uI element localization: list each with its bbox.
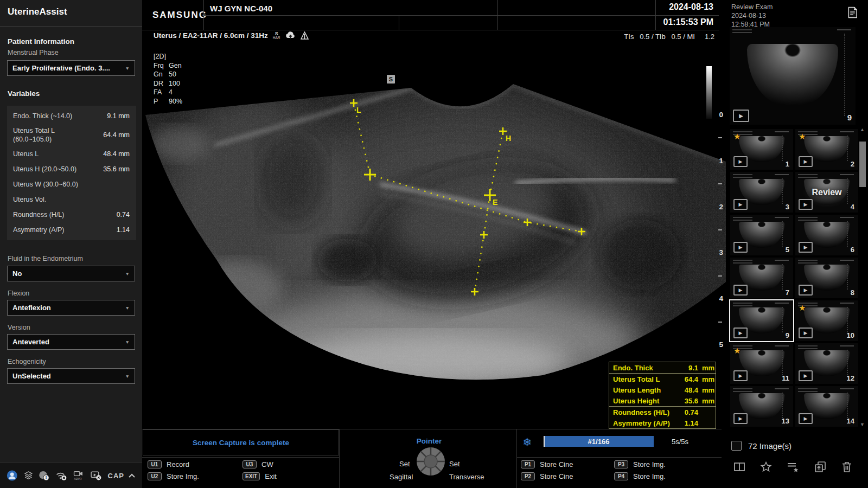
result-row: Uterus Height 35.6 mm [609,395,716,407]
ruler-mark: 2 [719,204,723,210]
ruler-mark: 1 [719,158,723,164]
measurement-results-table: Endo. Thick 9.1 mm Uterus Total L 64.4 m… [609,362,716,429]
quick-save-icon [285,31,296,40]
orientation-marker: S [387,75,395,84]
ruler-mark: 4 [719,296,723,302]
parameter-row: Gn50 [154,70,182,79]
ultrasound-workstation-screen: UterineAssist Patient Information Menstr… [0,0,868,488]
probe-info-line: Uterus / EA2-11AR / 6.0cm / 31Hz S HAR [154,31,309,40]
ruler-mark [718,322,722,323]
ruler-mark: 5 [719,342,723,348]
result-row: Endo. Thick 9.1 mm [609,362,716,374]
probe-info: Uterus / EA2-11AR / 6.0cm / 31Hz [154,31,268,40]
ruler-mark [718,137,722,138]
mode-label: [2D] [154,52,182,61]
ultrasound-fan-image [0,0,868,488]
needle-guide-icon [301,31,309,40]
result-row: Uterus Length 48.4 mm [609,384,716,395]
grayscale-bar [706,66,712,119]
parameter-row: FrqGen [154,61,182,70]
harmonic-indicator: S HAR [273,31,280,40]
ruler-mark [718,275,722,277]
ruler-mark: 3 [719,249,723,256]
ruler-mark [718,183,722,184]
parameter-row: DR100 [154,79,182,88]
2d-parameters-block: [2D] FrqGen Gn50 DR100 FA4 P90% [154,52,182,106]
ruler-mark [718,229,722,230]
depth-ruler: 0 1 2 3 4 5 [712,112,725,348]
ti-mi-readout: TIs 0.5 / TIb 0.5 / MI 1.2 [624,33,714,41]
result-row: Asymmetry (A/P) 1.14 [609,418,716,428]
parameter-row: P90% [154,97,182,106]
result-row: Uterus Total L 64.4 mm [609,374,716,384]
result-row: Roundness (H/L) 0.74 [609,407,716,418]
parameter-row: FA4 [154,88,182,97]
ruler-mark: 0 [719,112,723,118]
